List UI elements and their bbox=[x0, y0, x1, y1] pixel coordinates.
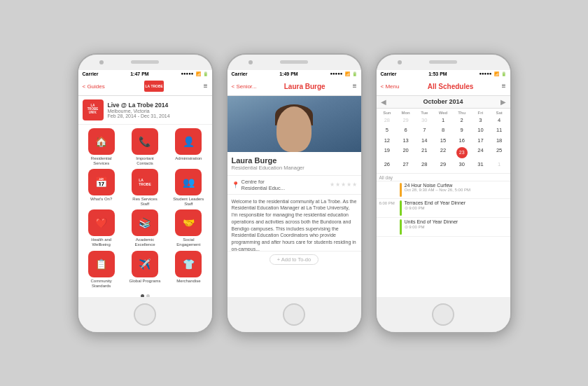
phone-bottom-2 bbox=[227, 297, 361, 332]
icon-whatson[interactable]: 📅 What's On? bbox=[81, 169, 122, 207]
icon-health-box: ❤️ bbox=[88, 209, 115, 236]
event-name-3: Units End of Year Dinner bbox=[405, 219, 458, 224]
cal-day-21[interactable]: 21 bbox=[415, 146, 434, 160]
cal-day-24[interactable]: 24 bbox=[471, 146, 490, 160]
icon-community-label: CommunityStandards bbox=[90, 279, 111, 289]
menu-icon-1[interactable]: ≡ bbox=[204, 83, 208, 90]
icon-health[interactable]: ❤️ Health andWellbeing bbox=[81, 209, 122, 247]
icon-global[interactable]: ✈️ Global Programs bbox=[125, 251, 165, 289]
icon-academic-label: AcademicExcellence bbox=[134, 237, 155, 247]
carrier-1: Carrier bbox=[83, 71, 99, 76]
icon-merch[interactable]: 👕 Merchandise bbox=[168, 251, 209, 289]
cal-day-3[interactable]: 3 bbox=[471, 116, 490, 126]
cal-header-fri: Fri bbox=[471, 110, 490, 116]
cal-divider bbox=[377, 173, 510, 174]
cal-day-12[interactable]: 12 bbox=[378, 136, 397, 146]
signal-icon-1: ●●●●● bbox=[181, 71, 193, 76]
status-icons-1: ●●●●● 📶 🔋 bbox=[181, 71, 207, 76]
icon-community[interactable]: 📋 CommunityStandards bbox=[81, 251, 122, 289]
icon-admin[interactable]: 👤 Administration bbox=[168, 128, 209, 166]
cal-day-1[interactable]: 1 bbox=[434, 116, 453, 126]
home-button-2[interactable] bbox=[283, 303, 305, 326]
icon-admin-label: Administration bbox=[175, 156, 202, 161]
icon-social[interactable]: 🤝 SocialEngagement bbox=[168, 209, 209, 247]
event-time-3 bbox=[379, 219, 397, 235]
cal-day-4[interactable]: 4 bbox=[490, 116, 509, 126]
back-button-1[interactable]: < Guides bbox=[83, 83, 105, 90]
nav-title-3: All Schedules bbox=[428, 83, 474, 90]
star-rating[interactable]: ★ ★ ★ ★ ★ bbox=[330, 181, 357, 188]
cal-day-28[interactable]: 28 bbox=[415, 160, 434, 170]
event-terraces-dinner[interactable]: 6:00 PM Terraces End of Year Dinner ⊙ 9:… bbox=[377, 199, 510, 218]
calendar-header: ◀ October 2014 ▶ bbox=[377, 96, 510, 109]
cal-day-30[interactable]: 30 bbox=[452, 160, 471, 170]
cal-day-16[interactable]: 16 bbox=[452, 136, 471, 146]
screen-2: Carrier 1:49 PM ●●●●● 📶 🔋 < Senior... La… bbox=[227, 70, 361, 297]
cal-day-30-prev[interactable]: 30 bbox=[415, 116, 434, 126]
menu-icon-3[interactable]: ≡ bbox=[502, 83, 506, 90]
speaker-2 bbox=[280, 60, 308, 64]
screen-3: Carrier 1:53 PM ●●●●● 📶 🔋 < Menu All Sch… bbox=[377, 70, 510, 297]
location-pin-icon: 📍 bbox=[232, 181, 239, 188]
cal-day-26[interactable]: 26 bbox=[378, 160, 397, 170]
event-header-1: LATROBEUNIV. Live @ La Trobe 2014 Melbou… bbox=[78, 96, 212, 125]
star-1: ★ bbox=[330, 181, 335, 188]
event-info-1: Live @ La Trobe 2014 Melbourne, Victoria… bbox=[108, 102, 170, 118]
cal-day-25[interactable]: 25 bbox=[490, 146, 509, 160]
home-button-1[interactable] bbox=[134, 303, 156, 326]
cal-day-10[interactable]: 10 bbox=[471, 125, 490, 136]
cal-day-27[interactable]: 27 bbox=[396, 160, 415, 170]
wifi-icon-1: 📶 bbox=[196, 71, 201, 76]
cal-day-1-next[interactable]: 1 bbox=[490, 160, 509, 170]
icon-whatson-label: What's On? bbox=[90, 197, 112, 202]
icon-academic[interactable]: 📚 AcademicExcellence bbox=[125, 209, 165, 247]
cal-day-18[interactable]: 18 bbox=[490, 136, 509, 146]
cal-day-29-prev[interactable]: 29 bbox=[396, 116, 415, 126]
cal-day-14[interactable]: 14 bbox=[415, 136, 434, 146]
event-units-dinner[interactable]: Units End of Year Dinner ⊙ 9:00 PM bbox=[377, 218, 510, 237]
event-detail-1: 24 Hour Noise Curfew Oct 28, 9:30 AM – N… bbox=[405, 183, 470, 197]
back-button-3[interactable]: < Menu bbox=[381, 83, 400, 90]
event-noise-curfew[interactable]: 24 Hour Noise Curfew Oct 28, 9:30 AM – N… bbox=[377, 181, 510, 199]
icon-residential[interactable]: 🏠 ResidentialServices bbox=[81, 128, 122, 166]
cal-day-23-today[interactable]: 23 bbox=[452, 146, 471, 160]
event-detail-2: Terraces End of Year Dinner ⊙ 9:00 PM bbox=[405, 200, 466, 216]
cal-day-29[interactable]: 29 bbox=[434, 160, 453, 170]
cal-day-9[interactable]: 9 bbox=[452, 125, 471, 136]
cal-day-17[interactable]: 17 bbox=[471, 136, 490, 146]
cal-day-6[interactable]: 6 bbox=[396, 125, 415, 136]
cal-next-button[interactable]: ▶ bbox=[500, 98, 506, 106]
event-bar-2 bbox=[400, 200, 402, 216]
cal-day-2[interactable]: 2 bbox=[452, 116, 471, 126]
cal-day-22[interactable]: 22 bbox=[434, 146, 453, 160]
menu-icon-2[interactable]: ≡ bbox=[353, 83, 357, 90]
cal-day-20[interactable]: 20 bbox=[396, 146, 415, 160]
icon-contacts[interactable]: 📞 ImportantContacts bbox=[125, 128, 165, 166]
cal-day-8[interactable]: 8 bbox=[434, 125, 453, 136]
cal-day-7[interactable]: 7 bbox=[415, 125, 434, 136]
profile-name: Laura Burge bbox=[232, 156, 357, 165]
event-location-1: Melbourne, Victoria bbox=[108, 109, 170, 113]
icon-resstaff[interactable]: LATROBE Res ServicesStaff bbox=[125, 169, 165, 207]
camera-1 bbox=[99, 60, 104, 64]
cal-day-5[interactable]: 5 bbox=[378, 125, 397, 136]
status-icons-2: ●●●●● 📶 🔋 bbox=[330, 71, 356, 76]
latrobe-logo: LATROBEUNIV. bbox=[83, 99, 104, 120]
cal-day-19[interactable]: 19 bbox=[378, 146, 397, 160]
back-button-2[interactable]: < Senior... bbox=[232, 83, 257, 90]
cal-prev-button[interactable]: ◀ bbox=[381, 98, 386, 106]
signal-icon-2: ●●●●● bbox=[330, 71, 342, 76]
icon-social-box: 🤝 bbox=[175, 209, 202, 236]
icon-student-leaders[interactable]: 👥 Student LeadersStaff bbox=[168, 169, 209, 207]
cal-day-15[interactable]: 15 bbox=[434, 136, 453, 146]
add-todo-button[interactable]: + Add to To-do bbox=[270, 254, 318, 265]
icon-grid-1: 🏠 ResidentialServices 📞 ImportantContact… bbox=[78, 125, 212, 293]
cal-day-11[interactable]: 11 bbox=[490, 125, 509, 136]
home-button-3[interactable] bbox=[432, 303, 454, 326]
battery-icon-3: 🔋 bbox=[501, 71, 506, 76]
cal-day-28-prev[interactable]: 28 bbox=[378, 116, 397, 126]
status-bar-2: Carrier 1:49 PM ●●●●● 📶 🔋 bbox=[227, 70, 361, 78]
cal-day-13[interactable]: 13 bbox=[396, 136, 415, 146]
cal-day-31[interactable]: 31 bbox=[471, 160, 490, 170]
nav-title-2: Laura Burge bbox=[284, 83, 326, 90]
